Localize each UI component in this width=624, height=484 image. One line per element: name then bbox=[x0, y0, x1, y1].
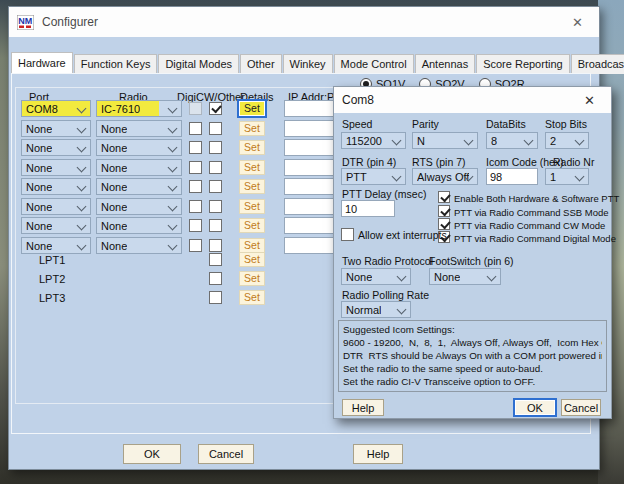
radio-polling-rate-dropdown[interactable]: Normal bbox=[341, 301, 411, 318]
set-button-row7[interactable]: Set bbox=[239, 218, 265, 233]
cw-other-checkbox-row1[interactable] bbox=[209, 102, 222, 115]
chevron-down-icon bbox=[77, 221, 87, 231]
digi-checkbox-row4[interactable] bbox=[189, 161, 202, 174]
window-titlebar[interactable]: NM Configurer ✕ bbox=[9, 7, 599, 37]
port-dropdown-row4[interactable]: None bbox=[21, 159, 91, 176]
radio-dropdown-row6[interactable]: None bbox=[96, 198, 182, 215]
cw-other-checkbox-row6[interactable] bbox=[209, 200, 222, 213]
set-button-row3[interactable]: Set bbox=[239, 140, 265, 155]
dtr-dropdown[interactable]: PTT bbox=[341, 168, 406, 185]
radio-polling-rate-label: Radio Polling Rate bbox=[342, 289, 429, 301]
radio-dropdown-row4[interactable]: None bbox=[96, 159, 182, 176]
radio-dropdown-row7[interactable]: None bbox=[96, 217, 182, 234]
stopbits-label: Stop Bits bbox=[545, 118, 587, 130]
chevron-down-icon bbox=[168, 143, 178, 153]
radio-dropdown-row1[interactable]: IC-7610 bbox=[96, 100, 182, 117]
cw-other-checkbox-row2[interactable] bbox=[209, 122, 222, 135]
stopbits-dropdown[interactable]: 2 bbox=[545, 132, 589, 149]
com8-dialog-close-icon[interactable]: ✕ bbox=[576, 91, 603, 110]
cw-other-checkbox-lpt1[interactable] bbox=[209, 253, 222, 266]
window-close-icon[interactable]: ✕ bbox=[564, 13, 591, 32]
port-dropdown-row1[interactable]: COM8 bbox=[21, 100, 91, 117]
set-button-row4[interactable]: Set bbox=[239, 160, 265, 175]
checkbox-label-ptt-via-radio-command-cw-mode: PTT via Radio Command CW Mode bbox=[454, 220, 605, 231]
port-dropdown-row3[interactable]: None bbox=[21, 139, 91, 156]
cw-other-checkbox-row3[interactable] bbox=[209, 141, 222, 154]
cw-other-checkbox-lpt2[interactable] bbox=[209, 272, 222, 285]
digi-checkbox-row1[interactable] bbox=[189, 102, 202, 115]
set-button-row1[interactable]: Set bbox=[237, 99, 267, 118]
tab-hardware[interactable]: Hardware bbox=[11, 52, 73, 74]
chevron-down-icon bbox=[397, 305, 407, 315]
allow-ext-interrupts-checkbox[interactable] bbox=[341, 228, 354, 241]
icom-code-input[interactable] bbox=[486, 168, 538, 185]
port-dropdown-row5[interactable]: None bbox=[21, 178, 91, 195]
tab-other[interactable]: Other bbox=[240, 54, 282, 74]
checkbox-label-ptt-via-radio-command-digital-mode: PTT via Radio Command Digital Mode bbox=[454, 233, 616, 244]
chevron-down-icon bbox=[575, 172, 585, 182]
desktop: NM Configurer ✕ HardwareFunction KeysDig… bbox=[0, 0, 624, 484]
set-button-row5[interactable]: Set bbox=[239, 179, 265, 194]
digi-checkbox-row2[interactable] bbox=[189, 122, 202, 135]
rts-dropdown[interactable]: Always Off bbox=[412, 168, 478, 185]
port-dropdown-row8[interactable]: None bbox=[21, 237, 91, 254]
chevron-down-icon bbox=[77, 163, 87, 173]
port-dropdown-row7[interactable]: None bbox=[21, 217, 91, 234]
ok-button[interactable]: OK bbox=[123, 444, 181, 464]
dialog-ok-button[interactable]: OK bbox=[513, 398, 557, 417]
ptt-delay-input[interactable] bbox=[341, 200, 395, 217]
radio-dropdown-row3[interactable]: None bbox=[96, 139, 182, 156]
radio-dropdown-row5[interactable]: None bbox=[96, 178, 182, 195]
digi-checkbox-row3[interactable] bbox=[189, 141, 202, 154]
tab-mode-control[interactable]: Mode Control bbox=[334, 54, 414, 74]
port-dropdown-row2[interactable]: None bbox=[21, 120, 91, 137]
ptt-delay-label: PTT Delay (msec) bbox=[342, 188, 426, 200]
set-button-row2[interactable]: Set bbox=[239, 121, 265, 136]
checkbox-enable-both-hardware-software-ptt[interactable] bbox=[438, 191, 450, 203]
icom-code-label: Icom Code (hex) bbox=[486, 156, 564, 168]
cw-other-checkbox-row5[interactable] bbox=[209, 180, 222, 193]
two-radio-protocol-dropdown[interactable]: None bbox=[341, 268, 411, 285]
parity-dropdown[interactable]: N bbox=[412, 132, 478, 149]
cw-other-checkbox-row7[interactable] bbox=[209, 219, 222, 232]
set-button-row6[interactable]: Set bbox=[239, 199, 265, 214]
tab-score-reporting[interactable]: Score Reporting bbox=[476, 54, 570, 74]
port-dropdown-row6[interactable]: None bbox=[21, 198, 91, 215]
cw-other-checkbox-row8[interactable] bbox=[209, 239, 222, 252]
tab-antennas[interactable]: Antennas bbox=[415, 54, 475, 74]
help-button[interactable]: Help bbox=[353, 444, 403, 464]
tab-broadcast-data[interactable]: Broadcast Data bbox=[571, 54, 624, 74]
set-button-row8[interactable]: Set bbox=[239, 238, 265, 253]
databits-label: DataBits bbox=[486, 118, 526, 130]
chevron-down-icon bbox=[392, 172, 402, 182]
set-button-lpt3[interactable]: Set bbox=[239, 290, 265, 305]
digi-checkbox-row7[interactable] bbox=[189, 219, 202, 232]
cancel-button[interactable]: Cancel bbox=[198, 444, 254, 464]
dialog-cancel-button[interactable]: Cancel bbox=[561, 399, 601, 416]
two-radio-protocol-label: Two Radio Protocol bbox=[342, 255, 433, 267]
radio-dropdown-row8[interactable]: None bbox=[96, 237, 182, 254]
dialog-help-button[interactable]: Help bbox=[342, 399, 384, 416]
digi-checkbox-row8[interactable] bbox=[189, 239, 202, 252]
speed-dropdown[interactable]: 115200 bbox=[341, 132, 406, 149]
cw-other-checkbox-row4[interactable] bbox=[209, 161, 222, 174]
chevron-down-icon bbox=[524, 136, 534, 146]
chevron-down-icon bbox=[392, 136, 402, 146]
tab-winkey[interactable]: Winkey bbox=[283, 54, 333, 74]
tab-digital-modes[interactable]: Digital Modes bbox=[158, 54, 239, 74]
set-button-lpt1[interactable]: Set bbox=[239, 252, 265, 267]
chevron-down-icon bbox=[77, 182, 87, 192]
suggestion-line-5: Set the radio CI-V Transceive option to … bbox=[343, 375, 602, 388]
digi-checkbox-row6[interactable] bbox=[189, 200, 202, 213]
radio-dropdown-row2[interactable]: None bbox=[96, 120, 182, 137]
digi-checkbox-row5[interactable] bbox=[189, 180, 202, 193]
footswitch-dropdown[interactable]: None bbox=[429, 268, 501, 285]
checkbox-ptt-via-radio-command-ssb-mode[interactable] bbox=[438, 205, 450, 217]
cw-other-checkbox-lpt3[interactable] bbox=[209, 291, 222, 304]
tab-function-keys[interactable]: Function Keys bbox=[74, 54, 158, 74]
com8-dialog-titlebar[interactable]: Com8 ✕ bbox=[334, 87, 611, 113]
set-button-lpt2[interactable]: Set bbox=[239, 271, 265, 286]
chevron-down-icon bbox=[168, 104, 178, 114]
radio-nr-dropdown[interactable]: 1 bbox=[545, 168, 589, 185]
databits-dropdown[interactable]: 8 bbox=[486, 132, 538, 149]
